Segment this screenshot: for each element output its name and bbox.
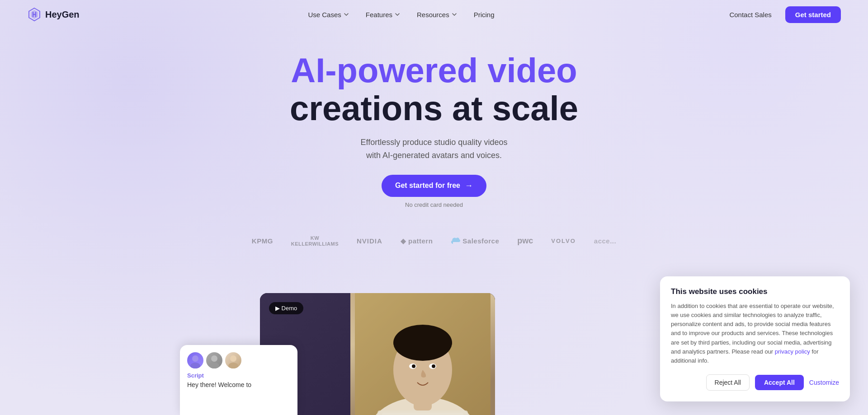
hero-subtitle: Effortlessly produce studio quality vide…	[9, 136, 859, 162]
logo-volvo: VOLVO	[551, 238, 576, 244]
logo-text: HeyGen	[45, 9, 80, 20]
customize-button[interactable]: Customize	[809, 379, 839, 386]
script-text: Hey there! Welcome to	[187, 381, 290, 390]
nav-resources[interactable]: Resources	[410, 7, 464, 22]
contact-sales-button[interactable]: Contact Sales	[723, 7, 778, 22]
svg-point-6	[230, 355, 236, 362]
logo-link[interactable]: HeyGen	[27, 7, 80, 22]
demo-face	[350, 293, 495, 415]
logo-pattern: ◆ pattern	[401, 237, 433, 245]
cookie-title: This website uses cookies	[671, 287, 839, 296]
no-credit-text: No credit card needed	[405, 201, 463, 208]
chevron-down-icon	[394, 11, 401, 18]
hero-section: AI-powered video creations at scale Effo…	[0, 29, 868, 222]
script-avatars	[187, 352, 290, 368]
demo-play-button[interactable]: ▶ Demo	[269, 302, 303, 314]
svg-point-2	[192, 355, 198, 362]
hero-cta-area: Get started for free → No credit card ne…	[9, 175, 859, 208]
heygen-logo-icon	[27, 7, 42, 22]
hero-cta-button[interactable]: Get started for free →	[382, 175, 486, 197]
logo-accenture: acce...	[594, 237, 616, 245]
arrow-icon: →	[465, 181, 473, 191]
svg-point-5	[209, 363, 219, 368]
script-label: Script	[187, 372, 290, 379]
chevron-down-icon	[451, 11, 458, 18]
logo-nvidia: NVIDIA	[357, 237, 382, 245]
avatar-3-image	[225, 352, 241, 368]
cookie-actions: Reject All Accept All Customize	[671, 374, 839, 391]
script-card: Script Hey there! Welcome to	[180, 345, 297, 415]
avatar-3	[225, 352, 241, 368]
reject-all-button[interactable]: Reject All	[706, 374, 750, 391]
privacy-policy-link[interactable]: privacy policy	[775, 348, 810, 355]
avatar-1-image	[187, 352, 203, 368]
avatar-2	[206, 352, 222, 368]
nav-links: Use Cases Features Resources Pricing	[302, 7, 500, 22]
chevron-down-icon	[343, 11, 349, 18]
svg-point-7	[228, 363, 238, 368]
face-bg	[350, 293, 495, 415]
cookie-banner: This website uses cookies In addition to…	[660, 276, 850, 401]
svg-point-17	[432, 364, 435, 368]
nav-use-cases[interactable]: Use Cases	[302, 7, 355, 22]
svg-point-4	[211, 355, 217, 362]
nav-pricing[interactable]: Pricing	[467, 7, 501, 22]
nav-features[interactable]: Features	[359, 7, 407, 22]
hero-title-line2: creations at scale	[9, 89, 859, 127]
salesforce-cloud-icon	[451, 238, 461, 245]
cookie-body: In addition to cookies that are essentia…	[671, 302, 839, 365]
logo-salesforce: Salesforce	[451, 237, 499, 245]
avatar-2-image	[206, 352, 222, 368]
svg-point-13	[393, 325, 452, 361]
logo-kellerwilliams: KWKELLERWILLIAMS	[291, 235, 339, 247]
nav-actions: Contact Sales Get started	[723, 6, 841, 23]
person-silhouette	[355, 293, 491, 415]
logo-pwc: pwc	[517, 236, 533, 246]
avatar-1	[187, 352, 203, 368]
svg-point-3	[190, 363, 200, 368]
logos-strip: KPMG KWKELLERWILLIAMS NVIDIA ◆ pattern S…	[0, 222, 868, 256]
logo-kpmg: KPMG	[252, 237, 273, 245]
hero-title-line1: AI-powered video	[9, 51, 859, 89]
svg-rect-19	[377, 410, 468, 415]
navbar: HeyGen Use Cases Features Resources Pric…	[0, 0, 868, 29]
svg-point-16	[412, 364, 415, 368]
get-started-nav-button[interactable]: Get started	[785, 6, 841, 23]
accept-all-button[interactable]: Accept All	[755, 375, 804, 390]
